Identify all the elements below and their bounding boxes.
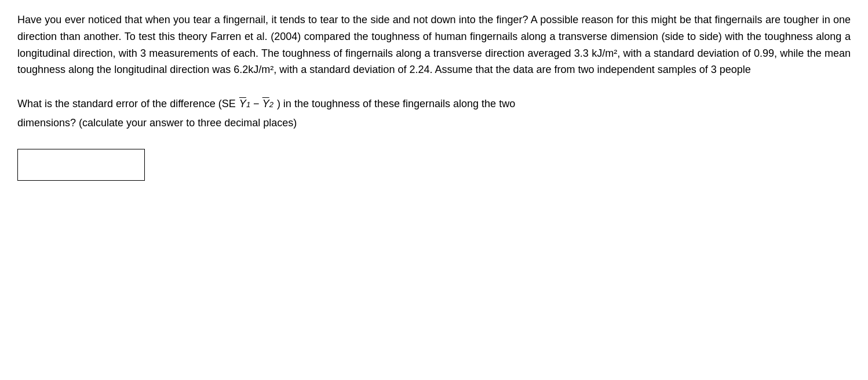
question-line2-text: dimensions? (calculate your answer to th…	[17, 117, 297, 129]
question-line1: What is the standard error of the differ…	[17, 96, 851, 112]
question-block: What is the standard error of the differ…	[17, 96, 851, 131]
answer-input[interactable]	[17, 149, 145, 181]
question-line2: dimensions? (calculate your answer to th…	[17, 115, 851, 131]
y1-overline: Y	[239, 96, 246, 112]
y2-overline: Y	[262, 96, 269, 112]
question-prefix: What is the standard error of the differ…	[17, 96, 236, 112]
minus-sign: −	[250, 96, 262, 112]
se-formula: Y1 − Y2	[239, 96, 273, 112]
paragraph-text: Have you ever noticed that when you tear…	[17, 14, 851, 75]
y1-subscript: 1	[246, 99, 250, 111]
y2-subscript: 2	[269, 99, 273, 111]
question-suffix: ) in the toughness of these fingernails …	[277, 96, 515, 112]
content-wrapper: Have you ever noticed that when you tear…	[17, 12, 851, 181]
problem-paragraph: Have you ever noticed that when you tear…	[17, 12, 851, 78]
